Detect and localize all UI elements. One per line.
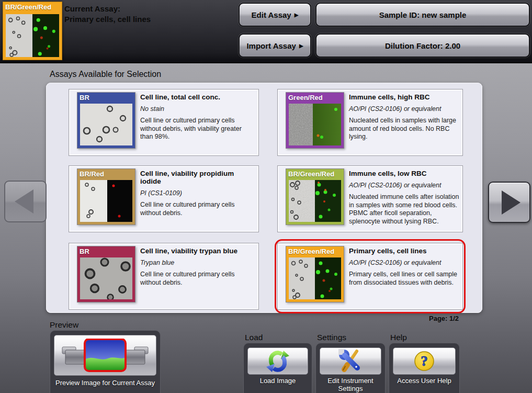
current-assay-label: Current Assay: xyxy=(64,4,151,14)
assay-thumbnail: BR xyxy=(77,246,135,302)
page-indicator: Page: 1/2 xyxy=(429,315,459,322)
submenu-arrow-icon: ▶ xyxy=(295,12,299,18)
help-section-label: Help xyxy=(390,333,407,342)
assay-thumbnail: BR/Green/Red xyxy=(286,246,344,302)
wrench-screwdriver-icon xyxy=(320,347,381,375)
load-image-button-label: Load Image xyxy=(245,377,310,385)
access-user-help-button[interactable]: ? Access User Help xyxy=(389,343,460,393)
load-image-button[interactable]: Load Image xyxy=(243,343,312,393)
submenu-arrow-icon: ▶ xyxy=(299,43,303,49)
current-assay-sample-image xyxy=(6,14,59,57)
assays-heading: Assays Available for Selection xyxy=(50,70,161,79)
assay-channel-tag: BR/Green/Red xyxy=(286,169,344,180)
assay-sample-image xyxy=(289,257,341,299)
edit-assay-label: Edit Assay xyxy=(252,10,291,19)
assay-thumbnail: BR/Red xyxy=(77,169,135,225)
assay-title: Cell line, viability trypan blue xyxy=(140,247,255,255)
current-assay-thumbnail: BR/Green/Red xyxy=(3,2,62,60)
edit-instrument-settings-button[interactable]: Edit Instrument Settings xyxy=(315,343,386,393)
assay-title: Cell line, total cell conc. xyxy=(140,93,255,101)
assay-sample-image xyxy=(80,104,132,145)
assay-stain: PI (CS1-0109) xyxy=(140,189,255,197)
landscape-image-icon xyxy=(54,335,156,376)
assay-card-immune-cells-low-rbc[interactable]: BR/Green/Red Immune cells, low RBC AO/PI… xyxy=(277,165,463,232)
assay-description: Cell line or cultured primary cells with… xyxy=(140,201,255,217)
import-assay-label: Import Assay xyxy=(246,41,296,50)
access-user-help-label: Access User Help xyxy=(391,377,458,385)
assay-card-cell-line-total-cell-conc[interactable]: BR Cell line, total cell conc. No stain … xyxy=(69,89,259,156)
preview-image-button-label: Preview Image for Current Assay xyxy=(52,379,159,387)
assay-description: Cell line or cultured primary cells with… xyxy=(140,117,255,141)
left-arrow-icon xyxy=(15,189,33,214)
assay-card-text: Immune cells, high RBC AO/PI (CS2-0106) … xyxy=(349,93,459,141)
assay-channel-tag: Green/Red xyxy=(286,93,344,104)
cell-counter-app: BR/Green/Red Current Assay: Primary cell… xyxy=(0,0,532,393)
assay-card-immune-cells-high-rbc[interactable]: Green/Red Immune cells, high RBC AO/PI (… xyxy=(277,89,463,156)
right-arrow-icon xyxy=(502,190,520,215)
assay-selection-panel: BR Cell line, total cell conc. No stain … xyxy=(46,83,482,313)
preview-section-label: Preview xyxy=(50,320,78,330)
preview-image-button[interactable]: Preview Image for Current Assay xyxy=(50,330,161,393)
assay-channel-tag: BR xyxy=(77,93,135,104)
assay-sample-image xyxy=(289,180,341,222)
assay-description: Primary cells, cell lines or cell sample… xyxy=(349,271,459,287)
assay-stain: No stain xyxy=(140,105,255,113)
dilution-factor-button[interactable]: Dilution Factor: 2.00 xyxy=(315,33,530,58)
current-assay-text: Current Assay: Primary cells, cell lines xyxy=(64,4,151,25)
edit-assay-button[interactable]: Edit Assay ▶ xyxy=(239,3,311,27)
assay-channel-tag: BR/Green/Red xyxy=(286,246,344,257)
assay-description: Cell line or cultured primary cells with… xyxy=(140,271,255,287)
current-assay-value: Primary cells, cell lines xyxy=(64,14,151,25)
dilution-factor-label: Dilution Factor: 2.00 xyxy=(385,41,460,50)
refresh-arrows-icon xyxy=(247,347,308,375)
assay-card-text: Immune cells, low RBC AO/PI (CS2-0106) o… xyxy=(349,170,459,226)
assay-thumbnail: BR xyxy=(77,92,135,149)
assay-channel-tag: BR xyxy=(77,246,135,257)
assay-title: Cell line, viability propidium iodide xyxy=(140,170,255,185)
assay-card-primary-cells-cell-lines[interactable]: BR/Green/Red Primary cells, cell lines A… xyxy=(277,243,463,310)
assay-channel-tag: BR/Red xyxy=(77,169,135,180)
previous-page-button[interactable] xyxy=(4,181,47,222)
assay-stain: Trypan blue xyxy=(140,259,255,266)
assay-card-text: Cell line, viability trypan blue Trypan … xyxy=(140,247,255,287)
settings-section-label: Settings xyxy=(317,333,346,342)
assay-description: Nucleated immune cells after isolation i… xyxy=(349,193,459,226)
assay-card-cell-line-viability-trypan-blue[interactable]: BR Cell line, viability trypan blue Tryp… xyxy=(69,243,259,310)
assay-title: Immune cells, high RBC xyxy=(349,93,459,101)
assay-card-text: Cell line, total cell conc. No stain Cel… xyxy=(140,93,255,141)
current-assay-channel-tag: BR/Green/Red xyxy=(3,2,62,14)
assay-title: Primary cells, cell lines xyxy=(349,247,459,255)
assay-stain: AO/PI (CS2-0106) or equivalent xyxy=(349,182,459,189)
assay-card-text: Cell line, viability propidium iodide PI… xyxy=(140,170,255,217)
assay-description: Nucleated cells in samples with large am… xyxy=(349,117,459,141)
assay-card-text: Primary cells, cell lines AO/PI (CS2-010… xyxy=(349,247,459,287)
assay-card-cell-line-viability-propidium-iodide[interactable]: BR/Red Cell line, viability propidium io… xyxy=(69,165,259,232)
assay-thumbnail: BR/Green/Red xyxy=(286,169,344,225)
assay-title: Immune cells, low RBC xyxy=(349,170,459,177)
sample-id-label: Sample ID: new sample xyxy=(379,10,467,19)
svg-text:?: ? xyxy=(421,353,428,369)
assay-sample-image xyxy=(80,257,132,299)
import-assay-button[interactable]: Import Assay ▶ xyxy=(239,33,311,58)
question-mark-icon: ? xyxy=(393,347,456,375)
assay-stain: AO/PI (CS2-0106) or equivalent xyxy=(349,259,459,266)
edit-instrument-settings-label: Edit Instrument Settings xyxy=(318,377,383,392)
load-section-label: Load xyxy=(245,333,263,342)
assay-sample-image xyxy=(289,104,341,145)
next-page-button[interactable] xyxy=(488,182,530,223)
sample-id-button[interactable]: Sample ID: new sample xyxy=(315,3,530,27)
assay-stain: AO/PI (CS2-0106) or equivalent xyxy=(349,105,459,113)
assay-thumbnail: Green/Red xyxy=(286,92,344,149)
assay-sample-image xyxy=(80,180,132,222)
top-bar: BR/Green/Red Current Assay: Primary cell… xyxy=(0,0,532,63)
